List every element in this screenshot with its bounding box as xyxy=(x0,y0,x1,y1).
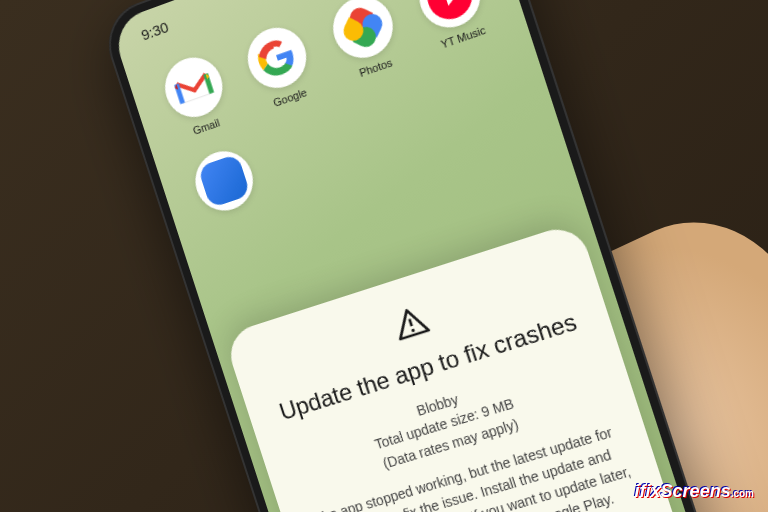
status-time: 9:30 xyxy=(139,18,170,43)
app-ytmusic[interactable]: YT Music xyxy=(403,0,502,56)
watermark: ifixScreens.com xyxy=(635,481,754,502)
watermark-suffix: .com xyxy=(731,488,754,499)
app-duo[interactable] xyxy=(180,141,269,221)
svg-point-1 xyxy=(411,328,415,332)
app-label: Gmail xyxy=(191,117,221,137)
home-app-grid: Gmail Google xyxy=(128,0,552,228)
app-label: YT Music xyxy=(439,24,487,51)
app-gmail[interactable]: Gmail xyxy=(149,47,243,145)
app-label: Photos xyxy=(358,56,394,79)
app-photos[interactable]: Photos xyxy=(317,0,414,86)
scene: 9:30 xyxy=(0,0,768,512)
app-label: Google xyxy=(272,86,309,109)
gmail-icon xyxy=(157,50,230,125)
warning-icon xyxy=(388,301,433,346)
app-google[interactable]: Google xyxy=(232,17,328,116)
google-icon xyxy=(240,19,314,95)
watermark-text: ifixScreens xyxy=(635,481,731,501)
duo-icon xyxy=(188,144,261,219)
svg-line-0 xyxy=(409,319,411,326)
